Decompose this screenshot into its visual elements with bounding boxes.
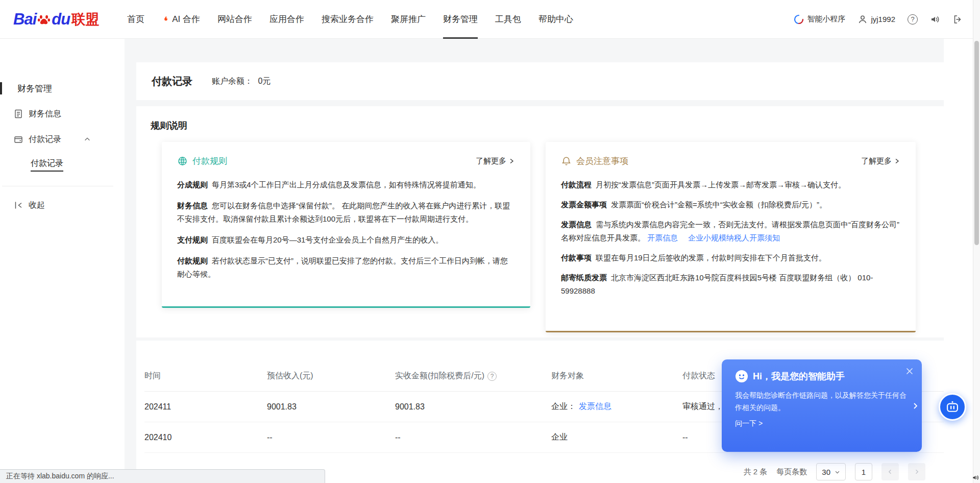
cell-finance-entity: 企业 (551, 432, 682, 443)
nav-app-cooperation[interactable]: 应用合作 (270, 0, 304, 39)
payment-rules-more-link[interactable]: 了解更多 (476, 156, 515, 166)
assistant-popup: Hi，我是您的智能助手 我会帮助您诊断合作链路问题，以及解答您关于任何合作相关的… (722, 359, 922, 452)
rule-text: 联盟在每月19日之后签收的发票，付款时间安排在下个月首批支付。 (596, 253, 826, 262)
help-icon[interactable]: ? (908, 14, 918, 25)
nav-juping-promotion[interactable]: 聚屏推广 (391, 0, 426, 39)
user-account[interactable]: jyj1992 (857, 14, 895, 25)
balance-value: 0元 (258, 77, 271, 85)
rule-label: 支付规则 (177, 235, 208, 244)
sidebar-section-finance[interactable]: 财务管理 (0, 76, 125, 101)
sidebar-item-finance-info[interactable]: 财务信息 (0, 101, 125, 127)
sidebar-subitem-label: 付款记录 (31, 158, 63, 172)
nav-ai-cooperation[interactable]: AI 合作 (162, 0, 200, 39)
rules-cards: 付款规则 了解更多 分成规则每月第3或4个工作日产出上月分成信息及发票信息，如有… (162, 142, 916, 332)
nav-ai-label: AI 合作 (172, 13, 200, 25)
info-icon[interactable]: ? (487, 372, 497, 381)
payment-rules-card-header: 付款规则 了解更多 (177, 155, 515, 167)
chevron-right-icon (894, 158, 900, 164)
miniprogram-label: 智能小程序 (807, 14, 845, 24)
nav-finance-management[interactable]: 财务管理 (443, 0, 478, 39)
cell-time: 202411 (144, 402, 267, 412)
nav-toolkit[interactable]: 工具包 (495, 0, 521, 39)
rule-label: 分成规则 (177, 180, 208, 189)
next-page-button[interactable] (908, 463, 925, 480)
payment-rules-icon (177, 156, 188, 166)
cell-actual-amount: -- (395, 433, 551, 442)
rules-panel: 规则说明 付款规则 了解更多 分成规则每月第3或4个工作日产出上月分成信息及发票… (136, 106, 944, 337)
more-label: 了解更多 (476, 156, 506, 166)
chevron-right-icon (914, 469, 920, 475)
rule-item: 分成规则每月第3或4个工作日产出上月分成信息及发票信息，如有特殊情况将提前通知。 (177, 178, 515, 191)
invoice-info-link[interactable]: 发票信息 (579, 401, 611, 412)
payment-rules-card: 付款规则 了解更多 分成规则每月第3或4个工作日产出上月分成信息及发票信息，如有… (162, 142, 530, 308)
rule-text: 北京市海淀区西北旺东路10号院百度科技园5号楼 百度联盟财务组（收） 010-5… (561, 273, 873, 295)
wallet-icon (13, 134, 23, 144)
chevron-right-icon (508, 158, 515, 164)
sidebar-subitem-payment-records[interactable]: 付款记录 (0, 152, 125, 178)
main-nav: 首页 AI 合作 网站合作 应用合作 搜索业务合作 聚屏推广 财务管理 工具包 … (118, 0, 582, 39)
assistant-title: Hi，我是您的智能助手 (753, 370, 845, 382)
nav-search-cooperation[interactable]: 搜索业务合作 (322, 0, 374, 39)
small-taxpayer-notice-link[interactable]: 企业小规模纳税人开票须知 (688, 233, 780, 242)
more-label: 了解更多 (861, 156, 892, 166)
browser-status-bar: 正在等待 xlab.baidu.com 的响应... (0, 469, 325, 483)
sidebar-item-payment-records[interactable]: 付款记录 (0, 127, 125, 152)
cell-estimated-income: -- (267, 433, 395, 442)
nav-home[interactable]: 首页 (127, 0, 144, 39)
sidebar-divider (2, 186, 113, 186)
column-finance-entity: 财务对象 (551, 371, 682, 381)
sidebar-collapse-button[interactable]: 收起 (0, 192, 125, 218)
per-page-label: 每页条数 (776, 467, 807, 477)
rule-text: 发票票面“价税合计”金额=系统中“实收金额（扣除税费后/元）”。 (611, 200, 827, 209)
entity-label: 企业： (551, 401, 576, 412)
cell-finance-entity: 企业： 发票信息 (551, 401, 682, 412)
chevron-down-icon (835, 469, 840, 475)
page-number-button[interactable]: 1 (855, 463, 872, 480)
sidebar-finance-info-label: 财务信息 (29, 109, 61, 119)
corner-speaker-icon[interactable] (972, 474, 979, 481)
rule-label: 发票金额事项 (561, 200, 607, 209)
ask-now-link[interactable]: 问一下 > (735, 419, 909, 428)
rule-item: 发票金额事项发票票面“价税合计”金额=系统中“实收金额（扣除税费后/元）”。 (561, 198, 900, 211)
member-notice-more-link[interactable]: 了解更多 (861, 156, 900, 166)
rule-links: 开票信息企业小规模纳税人开票须知 (647, 233, 790, 242)
account-balance: 账户余额： 0元 (212, 76, 271, 87)
rule-item: 付款事项联盟在每月19日之后签收的发票，付款时间安排在下个月首批支付。 (561, 251, 900, 264)
rule-text: 百度联盟会在每月20号—31号支付企业会员上个自然月产生的收入。 (212, 235, 443, 244)
smart-miniprogram-link[interactable]: 智能小程序 (794, 14, 845, 25)
rule-label: 财务信息 (177, 201, 208, 210)
logout-icon[interactable] (952, 14, 963, 25)
speaker-icon[interactable] (930, 14, 940, 25)
username-label: jyj1992 (871, 15, 895, 23)
rule-text: 若付款状态显示“已支付”，说明联盟已安排了您的付款。支付后三个工作日内到帐，请您… (177, 256, 508, 278)
baidu-paw-icon (37, 12, 51, 27)
miniprogram-icon (794, 14, 804, 25)
page-title: 付款记录 (152, 75, 192, 88)
logo-text-du: du (52, 10, 70, 29)
rule-item: 付款规则若付款状态显示“已支付”，说明联盟已安排了您的付款。支付后三个工作日内到… (177, 254, 515, 281)
rule-item: 邮寄纸质发票北京市海淀区西北旺东路10号院百度科技园5号楼 百度联盟财务组（收）… (561, 271, 900, 298)
prev-page-button[interactable] (881, 463, 899, 480)
cell-time: 202410 (144, 433, 267, 442)
invoice-open-info-link[interactable]: 开票信息 (647, 233, 678, 242)
cell-estimated-income: 9001.83 (267, 402, 395, 412)
nav-help-center[interactable]: 帮助中心 (538, 0, 573, 39)
collapse-icon (13, 200, 23, 210)
per-page-select[interactable]: 30 (816, 463, 846, 480)
payment-rules-card-title: 付款规则 (192, 155, 227, 167)
baidu-union-app: Bai du 联盟 首页 AI 合作 网站合作 应用合作 搜索业务合作 聚屏推广… (0, 0, 980, 483)
chevron-left-icon (887, 469, 893, 475)
assistant-message: 我会帮助您诊断合作链路问题，以及解答您关于任何合作相关的问题。 (735, 389, 909, 414)
assistant-header: Hi，我是您的智能助手 (735, 370, 909, 383)
nav-website-cooperation[interactable]: 网站合作 (217, 0, 252, 39)
chat-assistant-button[interactable] (939, 393, 966, 421)
close-icon[interactable] (905, 367, 914, 375)
popup-next-chevron-icon[interactable] (911, 402, 919, 410)
baidu-union-logo[interactable]: Bai du 联盟 (13, 10, 99, 29)
rule-item: 发票信息需与系统内发票信息内容完全一致，否则无法支付。请根据发票信息页面中“百度… (561, 218, 900, 245)
column-actual-amount: 实收金额(扣除税费后/元)? (395, 371, 551, 381)
member-notice-card-header: 会员注意事项 了解更多 (561, 155, 900, 167)
vertical-scrollbar[interactable] (973, 0, 980, 483)
scrollbar-thumb[interactable] (974, 41, 979, 245)
rule-item: 支付规则百度联盟会在每月20号—31号支付企业会员上个自然月产生的收入。 (177, 233, 515, 247)
